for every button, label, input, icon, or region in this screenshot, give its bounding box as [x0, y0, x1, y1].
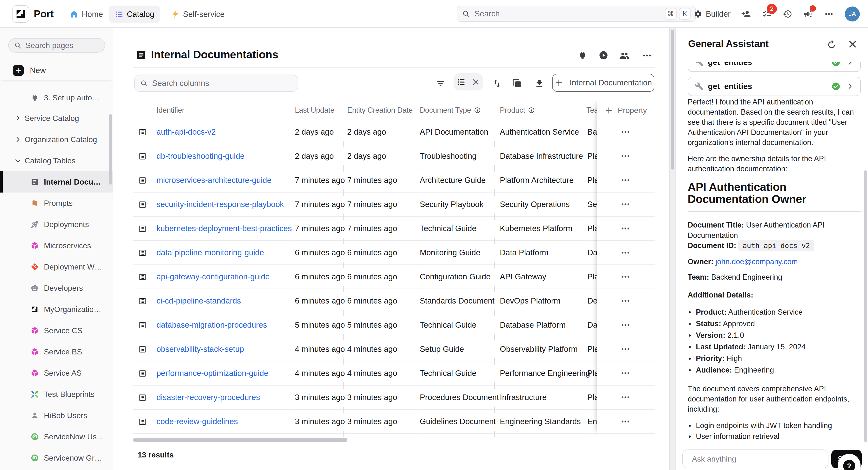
row-actions-button[interactable]	[620, 151, 630, 161]
chevron-right-icon	[846, 62, 854, 66]
sidebar-item-organization-catalog[interactable]: Organization Catalog	[0, 129, 113, 150]
ask-input[interactable]: Ask anything	[682, 449, 829, 468]
audience-button[interactable]	[619, 51, 630, 61]
sidebar-item-service-catalog[interactable]: Service Catalog	[0, 108, 113, 129]
sidebar-item-catalog-tables[interactable]: Catalog Tables	[0, 150, 113, 171]
new-page-button[interactable]: New	[13, 65, 46, 76]
col-team[interactable]: Team	[586, 106, 598, 115]
port-logo[interactable]	[12, 5, 29, 23]
copy-button[interactable]	[512, 79, 522, 89]
cell-identifier[interactable]: auth-api-docs-v2	[156, 120, 216, 144]
datasources-button[interactable]	[578, 51, 587, 60]
cell-identifier[interactable]: data-pipeline-monitoring-guide	[156, 241, 264, 264]
cell-document-type: Security Playbook	[420, 193, 484, 216]
cell-identifier[interactable]: microservices-architecture-guide	[156, 168, 272, 192]
sidebar-item-label: Catalog Tables	[25, 156, 75, 165]
cell-identifier[interactable]: observability-stack-setup	[156, 337, 244, 361]
cell-entity-creation-date: 4 minutes ago	[347, 361, 397, 385]
invite-users-button[interactable]	[741, 9, 751, 19]
owner-email-link[interactable]: john.doe@company.com	[715, 258, 798, 266]
assistant-scrollbar[interactable]	[864, 170, 867, 442]
page-more-button[interactable]	[642, 51, 652, 61]
row-actions-button[interactable]	[620, 320, 630, 330]
announcements-button[interactable]	[803, 9, 813, 19]
row-actions-button[interactable]	[620, 175, 630, 185]
horizontal-scrollbar[interactable]	[133, 438, 347, 442]
col-product[interactable]: Product	[500, 106, 535, 115]
row-actions-button[interactable]	[620, 416, 630, 427]
row-actions-button[interactable]	[620, 199, 630, 209]
row-actions-button[interactable]	[620, 127, 630, 137]
cell-entity-creation-date: 6 minutes ago	[347, 241, 397, 264]
more-menu-button[interactable]	[824, 9, 834, 19]
sidebar-item-servicenow-gr[interactable]: Servicenow Gr…	[0, 447, 113, 469]
cell-identifier[interactable]: security-incident-response-playbook	[156, 193, 284, 216]
sidebar-item-internal-docu[interactable]: Internal Docu…	[0, 171, 113, 193]
sidebar-item-service-bs[interactable]: Service BS	[0, 341, 113, 362]
sidebar-item-myorganizatio[interactable]: MyOrganizatio…	[0, 299, 113, 320]
cell-identifier[interactable]: kubernetes-deployment-best-practices	[156, 217, 292, 240]
download-button[interactable]	[534, 79, 545, 89]
nav-self-service[interactable]: Self-service	[165, 5, 230, 23]
main-scrollbar-track[interactable]	[669, 28, 675, 470]
cell-team: Pla	[587, 337, 598, 361]
row-actions-button[interactable]	[620, 296, 630, 306]
table-search-input[interactable]: Search columns	[134, 75, 298, 92]
detail-bullet: Audience: Engineering	[696, 365, 774, 375]
row-actions-button[interactable]	[620, 368, 630, 378]
row-actions-button[interactable]	[620, 344, 630, 354]
close-icon	[848, 39, 858, 49]
document-icon	[138, 152, 147, 160]
sidebar-item-deployments[interactable]: Deployments	[0, 214, 113, 235]
user-avatar[interactable]: JA	[845, 6, 860, 22]
row-actions-button[interactable]	[620, 247, 630, 258]
row-actions-button[interactable]	[620, 392, 630, 403]
more-icon	[620, 247, 630, 258]
view-toggle[interactable]	[454, 74, 483, 90]
cell-identifier[interactable]: disaster-recovery-procedures	[156, 386, 260, 409]
col-document-type[interactable]: Document Type	[420, 106, 481, 115]
nav-home[interactable]: Home	[64, 5, 109, 23]
cell-identifier[interactable]: code-review-guidelines	[156, 410, 238, 433]
sidebar-item-microservices[interactable]: Microservices	[0, 235, 113, 256]
cell-identifier[interactable]: performance-optimization-guide	[156, 361, 268, 385]
history-button[interactable]	[783, 9, 792, 19]
cell-identifier[interactable]: api-gateway-configuration-guide	[156, 265, 270, 289]
question-mark-icon[interactable]: ?	[843, 460, 855, 470]
row-actions-button[interactable]	[620, 224, 630, 234]
sidebar-item-service-cs[interactable]: Service CS	[0, 320, 113, 341]
main-scrollbar-thumb[interactable]	[671, 30, 674, 170]
sidebar-search-input[interactable]: Search pages	[8, 38, 105, 53]
col-entity-creation-date[interactable]: Entity Creation Date	[347, 106, 412, 115]
nav-catalog[interactable]: Catalog	[109, 5, 160, 23]
add-entity-button[interactable]: Internal Documentation	[552, 74, 654, 92]
cell-last-update: 6 minutes ago	[295, 241, 345, 264]
builder-button[interactable]: Builder	[694, 9, 731, 19]
sidebar-item-service-as[interactable]: Service AS	[0, 362, 113, 384]
cell-identifier[interactable]: database-migration-procedures	[156, 313, 267, 337]
sidebar-item-test-blueprints[interactable]: Test Blueprints	[0, 384, 113, 405]
row-actions-button[interactable]	[620, 272, 630, 282]
tool-call-chip[interactable]: get_entities	[688, 62, 861, 72]
sidebar-item-servicenow-us[interactable]: ServiceNow Us…	[0, 426, 113, 447]
reset-conversation-button[interactable]	[827, 39, 837, 50]
cell-identifier[interactable]: ci-cd-pipeline-standards	[156, 289, 241, 313]
add-property-button[interactable]: Property	[605, 106, 647, 115]
sort-button[interactable]	[492, 79, 502, 89]
more-icon	[620, 175, 630, 185]
sidebar-item-3-set-up-auto[interactable]: 3. Set up auto…	[0, 87, 113, 108]
cell-identifier[interactable]: db-troubleshooting-guide	[156, 144, 245, 168]
col-last-update[interactable]: Last Update	[295, 106, 334, 115]
sidebar-item-deployment-w[interactable]: Deployment W…	[0, 256, 113, 277]
tool-call-chip[interactable]: get_entities	[688, 77, 861, 96]
tasks-button[interactable]: 2	[762, 9, 772, 19]
sidebar-item-hibob-users[interactable]: HiBob Users	[0, 405, 113, 426]
global-search-input[interactable]: Search ⌘ K	[457, 6, 696, 22]
sidebar-item-developers[interactable]: Developers	[0, 277, 113, 299]
close-panel-button[interactable]	[848, 39, 858, 49]
filter-button[interactable]	[435, 79, 445, 89]
sidebar-item-prompts[interactable]: Prompts	[0, 193, 113, 214]
run-button[interactable]	[599, 51, 608, 60]
sidebar-scrollbar[interactable]	[109, 114, 112, 184]
col-identifier[interactable]: Identifier	[156, 106, 184, 115]
